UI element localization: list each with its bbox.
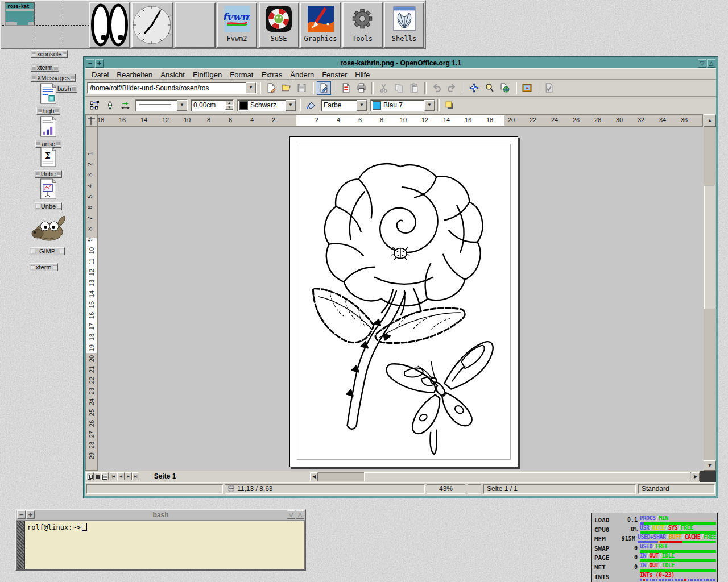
copy-button[interactable] xyxy=(392,81,406,95)
window-iconify-button[interactable]: − xyxy=(17,510,26,519)
save-disk-button[interactable] xyxy=(295,81,309,95)
undo-button[interactable] xyxy=(429,81,444,95)
line-width-spinner[interactable]: 0,00cm ▲▼ xyxy=(191,99,234,111)
empty-panel-button[interactable] xyxy=(175,2,216,48)
fvwm-pager[interactable]: rose-kat xyxy=(2,1,89,48)
desktop-icon-xmessages[interactable]: XMessages xyxy=(31,72,76,82)
panel-button-graphics[interactable]: Graphics xyxy=(300,2,341,48)
ruler-origin-corner[interactable] xyxy=(85,114,98,127)
edit-points-button[interactable] xyxy=(88,98,102,112)
paste-button[interactable] xyxy=(407,81,421,95)
window-raise-button[interactable]: △ xyxy=(296,510,304,519)
menu-item-fenster[interactable]: Fenster xyxy=(318,69,351,80)
chevron-down-icon[interactable]: ▼ xyxy=(357,100,367,111)
shadow-toggle-button[interactable] xyxy=(442,98,457,112)
window-shade-button[interactable]: ▽ xyxy=(287,510,295,519)
terminal-title-bar[interactable]: − + bash ▽ △ xyxy=(16,510,305,521)
desktop-icon-chart-doc[interactable]: ansc xyxy=(30,116,67,148)
vertical-ruler[interactable]: 1234567891011121314151617181920212223242… xyxy=(85,127,98,471)
horizontal-scrollbar-track[interactable] xyxy=(318,472,691,481)
fill-can-button[interactable] xyxy=(304,98,318,112)
status-page-cell[interactable]: Seite 1 / 1 xyxy=(483,484,636,494)
hyperlink-button[interactable] xyxy=(498,81,512,95)
status-zoom-cell[interactable]: 43% xyxy=(427,484,465,494)
horizontal-scrollbar-thumb[interactable] xyxy=(364,472,690,481)
desktop-icon-xconsole[interactable]: xconsole xyxy=(31,48,68,59)
layer-view-button[interactable] xyxy=(101,472,109,480)
status-template-cell[interactable]: Standard xyxy=(638,484,715,494)
menu-item-bearbeiten[interactable]: Bearbeiten xyxy=(113,69,156,80)
panel-button-fvwm2[interactable]: fvwmFvwm2 xyxy=(217,2,257,48)
vertical-scrollbar-track[interactable] xyxy=(704,127,716,460)
fill-color-label[interactable]: Blau 7 xyxy=(381,101,424,109)
xeyes-button[interactable] xyxy=(89,2,130,48)
line-color-label[interactable]: Schwarz xyxy=(248,101,286,109)
chevron-down-icon[interactable]: ▼ xyxy=(424,100,435,111)
page-view-button[interactable] xyxy=(86,472,94,480)
menu-item-ansicht[interactable]: Ansicht xyxy=(156,69,189,80)
drawing-page[interactable] xyxy=(289,136,518,467)
previous-page-button[interactable]: ◀ xyxy=(117,472,125,480)
url-field[interactable]: /home/rolf/Bilder-und-Sounds/rosen/ros xyxy=(88,84,246,92)
vertical-scrollbar[interactable]: ▼ xyxy=(704,127,716,471)
scroll-left-button[interactable]: ◀ xyxy=(310,472,318,481)
window-raise-button[interactable]: △ xyxy=(707,59,715,68)
line-width-value[interactable]: 0,00cm xyxy=(191,101,225,109)
menu-item-format[interactable]: Format xyxy=(226,69,257,80)
master-view-button[interactable] xyxy=(94,472,101,480)
menu-item-einfgen[interactable]: Einfügen xyxy=(189,69,226,80)
menu-item-hilfe[interactable]: Hilfe xyxy=(351,69,374,80)
clock-button[interactable] xyxy=(131,2,173,48)
terminal-text[interactable]: rolf@linux:~> xyxy=(25,521,304,569)
drawing-canvas[interactable] xyxy=(98,127,703,471)
url-combobox[interactable]: /home/rolf/Bilder-und-Sounds/rosen/ros ▼ xyxy=(87,82,257,94)
panel-button-tools[interactable]: Tools xyxy=(342,2,383,48)
check-document-button[interactable] xyxy=(542,81,556,95)
menu-item-datei[interactable]: Datei xyxy=(88,69,113,80)
title-bar[interactable]: − + rose-kathrin.png - OpenOffice.org 1.… xyxy=(85,59,716,68)
scroll-up-button[interactable]: ▲ xyxy=(704,114,716,127)
navigator-button[interactable] xyxy=(467,81,481,95)
page-tab[interactable]: Seite 1 xyxy=(138,471,192,483)
desktop-icon-writer-doc[interactable]: high xyxy=(30,83,67,115)
window-iconify-button[interactable]: − xyxy=(86,59,94,68)
desktop-icon-math-doc[interactable]: ΣUnbe xyxy=(30,147,67,178)
open-folder-button[interactable] xyxy=(279,81,293,95)
chevron-down-icon[interactable]: ▼ xyxy=(177,100,187,111)
gallery-button[interactable] xyxy=(520,81,534,95)
pen-button[interactable] xyxy=(103,98,117,112)
terminal-body[interactable]: rolf@linux:~> xyxy=(16,521,305,569)
desktop-icon-xterm-top[interactable]: xterm xyxy=(31,62,59,72)
panel-button-shells[interactable]: Shells xyxy=(384,2,424,48)
pager-mini-window[interactable]: rose-kat xyxy=(5,2,35,26)
menu-item-extras[interactable]: Extras xyxy=(257,69,286,80)
spinner-buttons[interactable]: ▲▼ xyxy=(225,101,233,110)
chevron-down-icon[interactable]: ▼ xyxy=(246,82,256,93)
next-page-button[interactable]: ▶ xyxy=(125,472,132,480)
desktop-icon-xterm-bottom[interactable]: xterm xyxy=(30,261,58,272)
horizontal-ruler[interactable]: 1816141210864224681012141618202224262830… xyxy=(98,114,703,127)
desktop-icon-impress-doc[interactable]: Unbe xyxy=(30,178,67,211)
status-position-cell[interactable]: 11,13 / 8,63 xyxy=(225,484,425,494)
new-document-button[interactable] xyxy=(264,81,278,95)
menu-item-ndern[interactable]: Ändern xyxy=(286,69,318,80)
chevron-down-icon[interactable]: ▼ xyxy=(286,100,296,111)
window-maximize-button[interactable]: + xyxy=(26,510,35,519)
line-style-combobox[interactable]: ▼ xyxy=(135,99,188,111)
terminal-scrollbar[interactable] xyxy=(17,521,25,569)
scroll-down-button[interactable]: ▼ xyxy=(704,460,716,471)
redo-button[interactable] xyxy=(445,81,459,95)
fill-color-combobox[interactable]: Blau 7 ▼ xyxy=(370,99,435,111)
desktop-icon-gimp[interactable]: GIMP xyxy=(24,213,71,256)
status-mode-cell[interactable] xyxy=(468,484,481,494)
scroll-right-button[interactable]: ▶ xyxy=(692,472,700,481)
fill-type-combobox[interactable]: Farbe ▼ xyxy=(321,99,367,111)
export-pdf-button[interactable] xyxy=(339,81,353,95)
print-button[interactable] xyxy=(354,81,369,95)
line-color-combobox[interactable]: Schwarz ▼ xyxy=(237,99,296,111)
vertical-scrollbar-thumb[interactable] xyxy=(704,186,715,309)
last-page-button[interactable]: ▶| xyxy=(132,472,139,480)
window-shade-button[interactable]: ▽ xyxy=(698,59,706,68)
cut-button[interactable] xyxy=(377,81,391,95)
zoom-button[interactable] xyxy=(482,81,497,95)
